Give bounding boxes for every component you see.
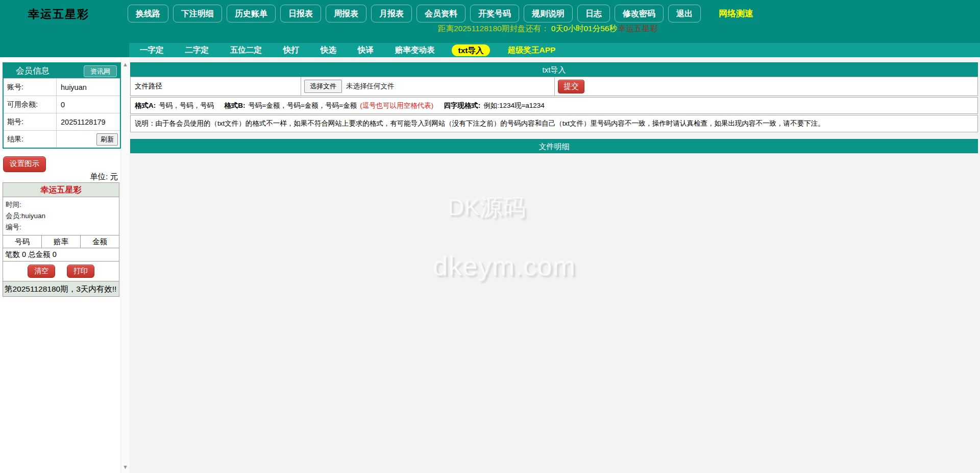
bet-slip-info: 时间: 会员:huiyuan 编号: xyxy=(3,197,119,235)
game-tabbar: 一字定 二字定 五位二定 快打 快选 快译 赔率变动表 txt导入 超级奖王AP… xyxy=(129,43,980,57)
bet-number-line: 编号: xyxy=(6,222,116,233)
countdown-time: 0天0小时01分56秒 xyxy=(551,24,617,33)
nav-button-change-line[interactable]: 换线路 xyxy=(128,5,168,22)
nav-button-history-bills[interactable]: 历史账单 xyxy=(227,5,276,22)
member-info-title: 会员信息 xyxy=(16,65,50,77)
bet-table-header: 号码 赔率 金额 xyxy=(3,235,119,248)
countdown-lottery-name: 幸运五星彩 xyxy=(618,24,658,33)
member-info-panel: 会员信息 资讯网 账号: huiyuan 可用余额: 0 期号: 2025112… xyxy=(3,62,121,149)
format-c-value: 例如:1234现=a1234 xyxy=(483,102,545,109)
file-path-label: 文件路径 xyxy=(131,77,301,96)
member-info-header: 会员信息 资讯网 xyxy=(4,63,120,78)
no-file-chosen-text: 未选择任何文件 xyxy=(346,82,395,91)
scroll-up-icon[interactable]: ▲ xyxy=(121,61,130,67)
nav-button-logs[interactable]: 日志 xyxy=(577,5,610,22)
tab-txt-import-active[interactable]: txt导入 xyxy=(452,44,491,56)
info-site-button[interactable]: 资讯网 xyxy=(84,65,117,77)
file-input[interactable]: 选择文件 未选择任何文件 xyxy=(301,77,555,96)
column-odds: 赔率 xyxy=(41,235,81,248)
bet-summary: 笔数 0 总金额 0 xyxy=(3,248,119,261)
bet-validity-notice: 第20251128180期，3天内有效!! xyxy=(3,281,119,296)
clear-button[interactable]: 清空 xyxy=(28,265,55,278)
member-row-balance: 可用余额: 0 xyxy=(4,96,120,113)
set-icon-button[interactable]: 设置图示 xyxy=(3,156,46,172)
period-label: 期号: xyxy=(4,113,57,130)
tab-quick-translate[interactable]: 快译 xyxy=(347,43,384,57)
nav-button-lottery-numbers[interactable]: 开奖号码 xyxy=(470,5,519,22)
account-value: huiyuan xyxy=(57,83,120,91)
print-button[interactable]: 打印 xyxy=(67,265,94,278)
refresh-button[interactable]: 刷新 xyxy=(96,133,118,146)
nav-button-monthly-report[interactable]: 月报表 xyxy=(371,5,412,22)
bet-member-line: 会员:huiyuan xyxy=(6,210,116,222)
watermark-domain: dkeym.com xyxy=(433,250,576,281)
tab-quick-type[interactable]: 快打 xyxy=(273,43,310,57)
submit-cell: 提交 xyxy=(555,77,977,96)
txt-import-section-bar: txt导入 xyxy=(130,62,978,77)
instruction-row: 说明：由于各会员使用的（txt文件）的格式不一样，如果不符合网站上要求的格式，有… xyxy=(130,115,978,132)
tab-two-digit[interactable]: 二字定 xyxy=(175,43,220,57)
countdown-prefix: 距离20251128180期封盘还有： xyxy=(438,24,549,33)
column-number: 号码 xyxy=(3,235,41,248)
bet-slip-panel: 幸运五星彩 时间: 会员:huiyuan 编号: 号码 赔率 金额 笔数 0 总… xyxy=(3,182,119,297)
balance-label: 可用余额: xyxy=(4,96,57,113)
top-header: 幸运五星彩 换线路 下注明细 历史账单 日报表 周报表 月报表 会员资料 开奖号… xyxy=(0,0,980,57)
bet-time-line: 时间: xyxy=(6,199,116,210)
format-c-label: 四字现格式: xyxy=(444,102,480,109)
nav-button-rules[interactable]: 规则说明 xyxy=(524,5,573,22)
tab-quick-pick[interactable]: 快选 xyxy=(310,43,347,57)
super-app-link[interactable]: 超级奖王APP xyxy=(496,45,567,56)
format-a-label: 格式A: xyxy=(135,102,156,109)
balance-value: 0 xyxy=(57,101,120,109)
bet-slip-title: 幸运五星彩 xyxy=(3,183,119,197)
watermark-dk: DK源码 xyxy=(448,192,526,223)
nav-button-change-password[interactable]: 修改密码 xyxy=(615,5,664,22)
sidebar-scrollbar[interactable]: ▲ ▼ xyxy=(120,57,130,473)
nav-button-weekly-report[interactable]: 周报表 xyxy=(326,5,366,22)
nav-button-logout[interactable]: 退出 xyxy=(668,5,701,22)
member-row-account: 账号: huiyuan xyxy=(4,78,120,96)
format-b-value: 号码=金额，号码=金额，号码=金额 xyxy=(249,102,357,109)
member-row-result: 结果: 刷新 xyxy=(4,130,120,148)
close-countdown: 距离20251128180期封盘还有：0天0小时01分56秒幸运五星彩 xyxy=(438,23,657,34)
result-label: 结果: xyxy=(4,131,57,148)
format-hint-row: 格式A:号码，号码，号码格式B:号码=金额，号码=金额，号码=金额(逗号也可以用… xyxy=(130,97,978,114)
member-row-period: 期号: 20251128179 xyxy=(4,113,120,130)
nav-button-daily-report[interactable]: 日报表 xyxy=(280,5,321,22)
main-nav: 换线路 下注明细 历史账单 日报表 周报表 月报表 会员资料 开奖号码 规则说明… xyxy=(128,5,753,22)
file-detail-section-bar: 文件明细 xyxy=(130,139,978,153)
submit-button[interactable]: 提交 xyxy=(558,80,584,93)
tab-one-digit[interactable]: 一字定 xyxy=(129,43,175,57)
bet-slip-buttons: 清空 打印 xyxy=(3,261,119,281)
choose-file-button[interactable]: 选择文件 xyxy=(304,80,342,93)
scroll-down-icon[interactable]: ▼ xyxy=(121,464,130,470)
file-import-form-row: 文件路径 选择文件 未选择任何文件 提交 xyxy=(130,77,978,96)
tab-odds-change-table[interactable]: 赔率变动表 xyxy=(384,43,446,57)
format-b-label: 格式B: xyxy=(224,102,245,109)
period-value: 20251128179 xyxy=(57,118,120,126)
column-amount: 金额 xyxy=(81,235,119,248)
nav-button-bet-details[interactable]: 下注明细 xyxy=(173,5,222,22)
format-b-note: (逗号也可以用空格代表) xyxy=(360,102,433,109)
nav-button-member-info[interactable]: 会员资料 xyxy=(416,5,465,22)
tab-five-position-two[interactable]: 五位二定 xyxy=(219,43,273,57)
format-a-value: 号码，号码，号码 xyxy=(159,102,214,109)
unit-label: 单位: 元 xyxy=(0,172,118,182)
site-title: 幸运五星彩 xyxy=(28,7,89,22)
account-label: 账号: xyxy=(4,79,57,96)
network-speed-test-link[interactable]: 网络测速 xyxy=(719,8,753,19)
